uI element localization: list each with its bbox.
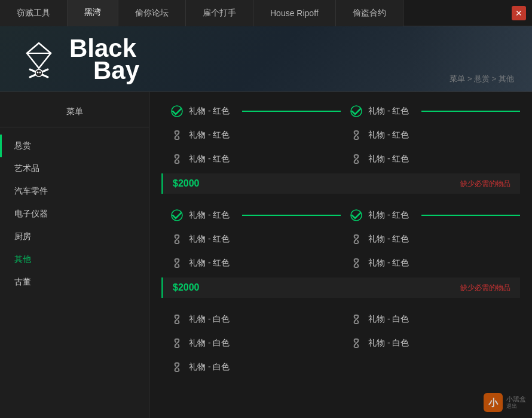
watermark-icon: 小 <box>484 393 503 412</box>
link-row-white-2: 礼物 - 白色 礼物 - 白色 <box>161 331 520 355</box>
link-icon-white-1a <box>171 313 183 325</box>
link-icon-white-partial <box>171 361 183 373</box>
sidebar-item-art[interactable]: 艺术品 <box>0 157 149 180</box>
tab-steal-forum[interactable]: 偷你论坛 <box>118 0 186 26</box>
link-icon-3a <box>171 233 183 245</box>
content-area[interactable]: 礼物 - 红色 礼物 - 红色 <box>149 92 532 418</box>
logo-icon <box>18 38 60 80</box>
breadcrumb: 菜单 > 悬赏 > 其他 <box>450 74 514 84</box>
item-cell-link-4b: 礼物 - 红色 <box>341 251 520 275</box>
section-1: 礼物 - 红色 礼物 - 红色 <box>149 92 532 194</box>
item-cell-checked-4: 礼物 - 红色 <box>341 203 520 227</box>
item-cell-checked-2: 礼物 - 红色 <box>341 99 520 123</box>
sidebar-item-other[interactable]: 其他 <box>0 248 149 271</box>
link-icon-white-2b <box>350 337 362 349</box>
link-row-white-partial: 礼物 - 白色 <box>161 355 520 379</box>
item-cell-link-1b: 礼物 - 红色 <box>341 123 520 147</box>
sidebar-item-kitchen[interactable]: 厨房 <box>0 225 149 248</box>
main-layout: 菜单 悬赏 艺术品 汽车零件 电子仪器 厨房 其他 古董 <box>0 92 532 418</box>
logo-text: Black Bay <box>69 35 139 83</box>
price-missing-1: 缺少必需的物品 <box>460 179 510 189</box>
link-icon-2a <box>171 153 183 165</box>
link-row-3: 礼物 - 红色 礼物 - 红色 <box>161 227 520 251</box>
item-cell-link-1a: 礼物 - 红色 <box>161 123 341 147</box>
svg-text:小: 小 <box>488 398 499 408</box>
link-icon-3b <box>350 233 362 245</box>
link-icon-4b <box>350 257 362 269</box>
watermark: 小 小黑盒 退出 <box>484 393 526 412</box>
tab-hire-hitman[interactable]: 雇个打手 <box>186 0 253 26</box>
price-value-2: $2000 <box>173 282 200 293</box>
header: Black Bay 菜单 > 悬赏 > 其他 <box>0 26 532 92</box>
price-row-2: $2000 缺少必需的物品 <box>161 277 520 298</box>
item-cell-link-3a: 礼物 - 红色 <box>161 227 341 251</box>
item-cell-white-1a: 礼物 - 白色 <box>161 307 341 331</box>
tab-house-ripoff[interactable]: House Ripoff <box>253 0 336 26</box>
item-cell-link-3b: 礼物 - 红色 <box>341 227 520 251</box>
item-cell-checked-3: 礼物 - 红色 <box>161 203 341 227</box>
link-icon-2b <box>350 153 362 165</box>
item-cell-white-1b: 礼物 - 白色 <box>341 307 520 331</box>
section-2: 礼物 - 红色 礼物 - 红色 <box>149 196 532 298</box>
tab-theft-contract[interactable]: 偷盗合约 <box>336 0 403 26</box>
sidebar-item-electronics[interactable]: 电子仪器 <box>0 203 149 225</box>
tab-bar: 窃贼工具 黑湾 偷你论坛 雇个打手 House Ripoff 偷盗合约 ✕ <box>0 0 532 26</box>
item-cell-white-2b: 礼物 - 白色 <box>341 331 520 355</box>
svg-marker-0 <box>27 43 51 68</box>
link-row-2: 礼物 - 红色 礼物 - 红色 <box>161 147 520 171</box>
link-icon-4a <box>171 257 183 269</box>
checked-row-2: 礼物 - 红色 礼物 - 红色 <box>161 203 520 227</box>
checked-row-top: 礼物 - 红色 礼物 - 红色 <box>161 99 520 123</box>
check-icon-1 <box>171 105 183 117</box>
item-cell-link-4a: 礼物 - 红色 <box>161 251 341 275</box>
item-cell-white-partial: 礼物 - 白色 <box>161 355 341 379</box>
link-row-white-1: 礼物 - 白色 礼物 - 白色 <box>161 307 520 331</box>
price-row-1: $2000 缺少必需的物品 <box>161 173 520 194</box>
check-icon-4 <box>350 209 362 221</box>
sidebar-title: 菜单 <box>0 102 149 127</box>
sidebar-item-antique[interactable]: 古董 <box>0 271 149 294</box>
link-icon-1b <box>350 129 362 141</box>
check-icon-2 <box>350 105 362 117</box>
link-icon-1a <box>171 129 183 141</box>
price-missing-2: 缺少必需的物品 <box>460 283 510 293</box>
price-value-1: $2000 <box>173 178 200 189</box>
item-cell-link-2a: 礼物 - 红色 <box>161 147 341 171</box>
tab-black-bay[interactable]: 黑湾 <box>68 0 118 26</box>
section-3: 礼物 - 白色 礼物 - 白色 <box>149 300 532 379</box>
item-cell-empty <box>341 355 520 379</box>
sidebar-item-bounty[interactable]: 悬赏 <box>0 135 149 157</box>
svg-point-5 <box>37 71 39 73</box>
svg-point-6 <box>39 71 41 73</box>
tab-thief-tools[interactable]: 窃贼工具 <box>0 0 68 26</box>
close-button[interactable]: ✕ <box>512 6 526 20</box>
sidebar: 菜单 悬赏 艺术品 汽车零件 电子仪器 厨房 其他 古董 <box>0 92 149 418</box>
sidebar-item-car-parts[interactable]: 汽车零件 <box>0 180 149 203</box>
watermark-text: 小黑盒 退出 <box>506 395 526 410</box>
link-icon-white-2a <box>171 337 183 349</box>
item-cell-white-2a: 礼物 - 白色 <box>161 331 341 355</box>
link-icon-white-1b <box>350 313 362 325</box>
link-row-1: 礼物 - 红色 礼物 - 红色 <box>161 123 520 147</box>
check-icon-3 <box>171 209 183 221</box>
svg-point-4 <box>35 69 42 77</box>
link-row-4: 礼物 - 红色 礼物 - 红色 <box>161 251 520 275</box>
item-cell-checked-1: 礼物 - 红色 <box>161 99 341 123</box>
item-cell-link-2b: 礼物 - 红色 <box>341 147 520 171</box>
logo-area: Black Bay <box>18 35 139 83</box>
